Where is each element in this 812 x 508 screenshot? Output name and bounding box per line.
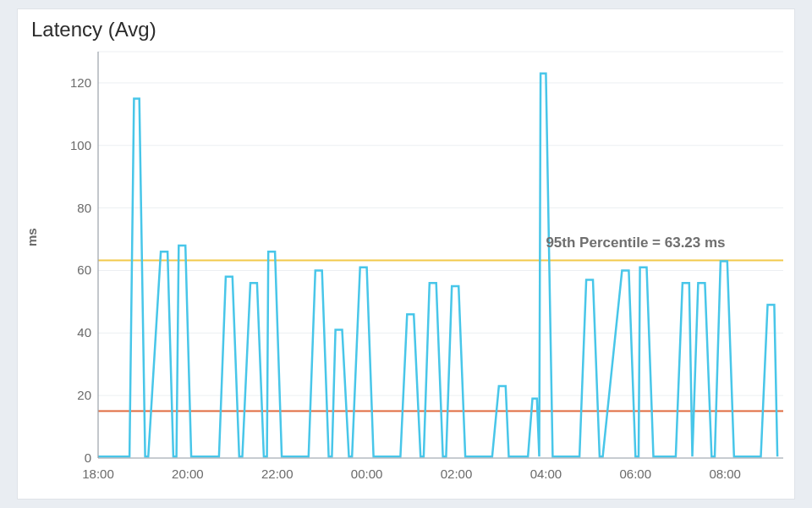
svg-text:40: 40 bbox=[77, 325, 91, 340]
svg-text:22:00: 22:00 bbox=[261, 467, 294, 481]
chart-plot: 02040608010012018:0020:0022:0000:0002:00… bbox=[52, 43, 787, 492]
svg-text:80: 80 bbox=[77, 201, 91, 215]
svg-text:04:00: 04:00 bbox=[530, 467, 562, 481]
svg-text:60: 60 bbox=[77, 262, 91, 277]
y-axis-label: ms bbox=[25, 228, 39, 246]
svg-text:02:00: 02:00 bbox=[441, 467, 473, 481]
chart-title: Latency (Avg) bbox=[31, 18, 156, 41]
svg-text:20:00: 20:00 bbox=[172, 467, 204, 481]
svg-text:120: 120 bbox=[70, 75, 91, 90]
svg-text:00:00: 00:00 bbox=[351, 467, 383, 481]
svg-text:0: 0 bbox=[85, 450, 91, 465]
svg-text:08:00: 08:00 bbox=[709, 467, 741, 481]
chart-card: Latency (Avg) ms 02040608010012018:0020:… bbox=[17, 8, 795, 500]
svg-text:18:00: 18:00 bbox=[82, 467, 114, 481]
percentile-annotation: 95th Percentile = 63.23 ms bbox=[546, 235, 725, 251]
svg-text:20: 20 bbox=[77, 388, 91, 402]
svg-text:100: 100 bbox=[70, 138, 91, 152]
svg-text:06:00: 06:00 bbox=[620, 467, 652, 481]
